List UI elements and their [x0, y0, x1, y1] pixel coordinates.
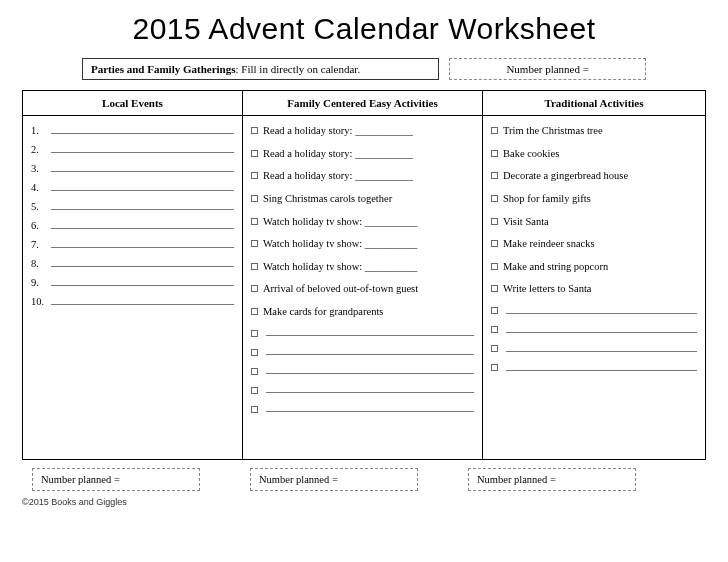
traditional-item[interactable]: Trim the Christmas tree [491, 124, 697, 138]
row-number: 3. [31, 163, 49, 174]
local-event-row[interactable]: 3. [31, 162, 234, 174]
fill-line[interactable] [51, 200, 234, 210]
traditional-item[interactable]: Decorate a gingerbread house [491, 169, 697, 183]
fill-line[interactable] [51, 257, 234, 267]
fill-line[interactable] [51, 181, 234, 191]
fill-line[interactable] [266, 347, 474, 355]
checkbox-icon[interactable] [251, 368, 258, 375]
fill-line[interactable] [266, 385, 474, 393]
fill-line[interactable] [51, 143, 234, 153]
family-item[interactable]: Arrival of beloved out-of-town guest [251, 282, 474, 296]
row-number: 9. [31, 277, 49, 288]
number-planned-box[interactable]: Number planned = [32, 468, 200, 491]
local-event-row[interactable]: 1. [31, 124, 234, 136]
number-planned-box[interactable]: Number planned = [250, 468, 418, 491]
fill-line[interactable] [506, 306, 697, 314]
checkbox-icon[interactable] [491, 150, 498, 157]
traditional-item[interactable]: Bake cookies [491, 147, 697, 161]
traditional-item[interactable]: Make reindeer snacks [491, 237, 697, 251]
checkbox-icon[interactable] [251, 387, 258, 394]
fill-line[interactable] [266, 328, 474, 336]
fill-line[interactable] [51, 124, 234, 134]
column-local-events: Local Events 1.2.3.4.5.6.7.8.9.10. [23, 91, 243, 459]
traditional-item[interactable]: Visit Santa [491, 215, 697, 229]
number-planned-box[interactable]: Number planned = [468, 468, 636, 491]
local-event-row[interactable]: 9. [31, 276, 234, 288]
fill-line[interactable] [51, 162, 234, 172]
checkbox-icon[interactable] [251, 127, 258, 134]
number-planned-top[interactable]: Number planned = [449, 58, 646, 80]
checkbox-icon[interactable] [491, 127, 498, 134]
checkbox-icon[interactable] [251, 150, 258, 157]
checkbox-icon[interactable] [491, 364, 498, 371]
checkbox-icon[interactable] [251, 263, 258, 270]
parties-label-rest: : Fill in directly on calendar. [236, 63, 361, 75]
checkbox-icon[interactable] [491, 307, 498, 314]
local-event-row[interactable]: 6. [31, 219, 234, 231]
fill-line[interactable] [51, 295, 234, 305]
checkbox-icon[interactable] [251, 218, 258, 225]
checkbox-icon[interactable] [491, 172, 498, 179]
traditional-blank-item[interactable] [491, 343, 697, 352]
checkbox-icon[interactable] [491, 285, 498, 292]
checkbox-icon[interactable] [491, 326, 498, 333]
checkbox-icon[interactable] [491, 240, 498, 247]
family-item[interactable]: Sing Christmas carols together [251, 192, 474, 206]
item-label: Arrival of beloved out-of-town guest [263, 282, 474, 296]
fill-line[interactable] [51, 238, 234, 248]
checkbox-icon[interactable] [251, 195, 258, 202]
family-blank-item[interactable] [251, 385, 474, 394]
traditional-item[interactable]: Shop for family gifts [491, 192, 697, 206]
local-event-row[interactable]: 4. [31, 181, 234, 193]
fill-line[interactable] [266, 366, 474, 374]
family-blank-item[interactable] [251, 404, 474, 413]
local-event-row[interactable]: 5. [31, 200, 234, 212]
checkbox-icon[interactable] [251, 349, 258, 356]
fill-line[interactable] [506, 363, 697, 371]
item-label: Decorate a gingerbread house [503, 169, 697, 183]
fill-line[interactable] [506, 325, 697, 333]
traditional-item[interactable]: Make and string popcorn [491, 260, 697, 274]
local-event-row[interactable]: 2. [31, 143, 234, 155]
checkbox-icon[interactable] [491, 263, 498, 270]
family-blank-item[interactable] [251, 347, 474, 356]
checkbox-icon[interactable] [491, 218, 498, 225]
page-title: 2015 Advent Calendar Worksheet [22, 12, 706, 46]
traditional-blank-item[interactable] [491, 305, 697, 314]
item-label: Make reindeer snacks [503, 237, 697, 251]
checkbox-icon[interactable] [251, 285, 258, 292]
family-item[interactable]: Read a holiday story: ___________ [251, 147, 474, 161]
traditional-item[interactable]: Write letters to Santa [491, 282, 697, 296]
family-item[interactable]: Watch holiday tv show: __________ [251, 237, 474, 251]
family-item[interactable]: Watch holiday tv show: __________ [251, 260, 474, 274]
local-event-row[interactable]: 7. [31, 238, 234, 250]
family-item[interactable]: Read a holiday story: ___________ [251, 124, 474, 138]
checkbox-icon[interactable] [491, 345, 498, 352]
family-item[interactable]: Read a holiday story: ___________ [251, 169, 474, 183]
row-number: 6. [31, 220, 49, 231]
family-item[interactable]: Watch holiday tv show: __________ [251, 215, 474, 229]
family-blank-item[interactable] [251, 328, 474, 337]
traditional-blank-item[interactable] [491, 324, 697, 333]
checkbox-icon[interactable] [251, 406, 258, 413]
family-item[interactable]: Make cards for grandparents [251, 305, 474, 319]
fill-line[interactable] [51, 276, 234, 286]
checkbox-icon[interactable] [251, 330, 258, 337]
fill-line[interactable] [506, 344, 697, 352]
item-label: Sing Christmas carols together [263, 192, 474, 206]
checkbox-icon[interactable] [491, 195, 498, 202]
local-event-row[interactable]: 8. [31, 257, 234, 269]
local-event-row[interactable]: 10. [31, 295, 234, 307]
checkbox-icon[interactable] [251, 308, 258, 315]
checkbox-icon[interactable] [251, 172, 258, 179]
row-number: 2. [31, 144, 49, 155]
fill-line[interactable] [266, 404, 474, 412]
checkbox-icon[interactable] [251, 240, 258, 247]
traditional-blank-item[interactable] [491, 362, 697, 371]
fill-line[interactable] [51, 219, 234, 229]
item-label: Watch holiday tv show: __________ [263, 260, 474, 274]
item-label: Trim the Christmas tree [503, 124, 697, 138]
family-blank-item[interactable] [251, 366, 474, 375]
local-body: 1.2.3.4.5.6.7.8.9.10. [23, 116, 242, 459]
row-number: 5. [31, 201, 49, 212]
